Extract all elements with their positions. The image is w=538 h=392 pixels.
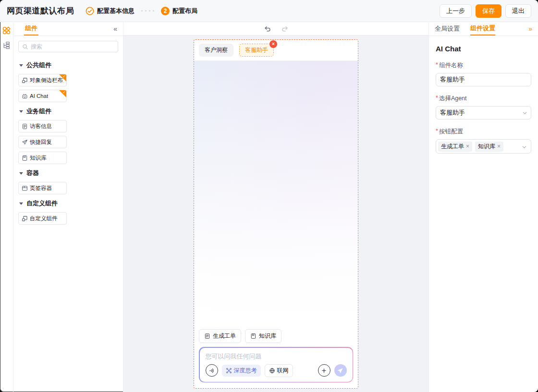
section-header-business[interactable]: 业务组件	[19, 107, 117, 116]
tab-components[interactable]: 组件	[24, 22, 38, 36]
save-button[interactable]: 保存	[476, 4, 501, 18]
remove-tag-icon[interactable]: ×	[466, 143, 469, 150]
preview-tab-customer-insight[interactable]: 客户洞察	[199, 44, 233, 57]
step-1: 配置基本信息	[86, 7, 134, 15]
section-header-public[interactable]: 公共组件	[19, 61, 117, 70]
quick-reply-icon	[22, 139, 28, 145]
component-search[interactable]	[18, 41, 118, 52]
main-area: 组件 « 公共组件 对象侧边栏布局 ✓	[0, 22, 538, 392]
outline-tree-rail-icon[interactable]	[2, 41, 11, 49]
component-name-input[interactable]	[436, 73, 531, 86]
step-2: 2 配置布局	[161, 7, 197, 15]
agent-select[interactable]	[436, 106, 531, 119]
deep-think-icon	[226, 368, 232, 374]
required-mark: *	[436, 128, 438, 136]
canvas: 客户洞察 客服助手 × 生成工单	[123, 22, 428, 392]
generate-ticket-button[interactable]: 生成工单	[199, 329, 241, 343]
page-title: 网页渠道默认布局	[7, 5, 74, 16]
step-connector-dots	[141, 10, 154, 12]
deep-think-toggle[interactable]: 深度思考	[222, 365, 261, 377]
caret-down-icon	[19, 202, 23, 205]
send-plane-icon	[337, 368, 343, 374]
expand-panel-icon[interactable]: »	[528, 25, 532, 33]
component-type-heading: AI Chat	[436, 45, 531, 53]
topbar-actions: 上一步 保存 退出	[440, 4, 531, 18]
close-icon[interactable]: ×	[269, 40, 277, 48]
knowledge-base-icon	[22, 155, 28, 161]
app-window: 网页渠道默认布局 配置基本信息 2 配置布局 上一步 保存 退出	[0, 0, 538, 392]
field-button-config: * 按钮配置 生成工单 × 知识库 ×	[436, 128, 531, 154]
canvas-toolbar	[123, 22, 428, 36]
field-select-agent: * 选择Agent	[436, 95, 531, 119]
voice-wave-icon	[208, 368, 215, 374]
section-header-custom[interactable]: 自定义组件	[19, 199, 117, 208]
quick-buttons-row: 生成工单 知识库	[194, 326, 358, 345]
settings-panel: 全局设置 组件设置 » AI Chat * 组件名称 * 选择Agent	[428, 22, 538, 392]
step-indicator: 配置基本信息 2 配置布局	[86, 7, 197, 15]
agent-select-value[interactable]	[436, 106, 531, 119]
attach-plus-button[interactable]	[318, 364, 330, 377]
check-circle-icon	[86, 7, 94, 15]
step-1-label: 配置基本信息	[97, 7, 134, 15]
section-header-container[interactable]: 容器	[19, 169, 117, 178]
preview-tab-bar: 客户洞察 客服助手 ×	[194, 40, 358, 61]
component-card-visitor-info[interactable]: 访客信息	[18, 120, 67, 132]
plus-icon	[321, 368, 327, 374]
redo-icon[interactable]	[281, 25, 289, 33]
caret-down-icon	[19, 64, 23, 67]
canvas-workspace: 客户洞察 客服助手 × 生成工单	[123, 36, 428, 392]
undo-icon[interactable]	[264, 25, 271, 33]
search-icon	[22, 44, 28, 50]
chevron-down-icon	[521, 143, 527, 152]
field-component-name: * 组件名称	[436, 61, 531, 86]
chat-input-box: 深度思考 联网	[199, 347, 353, 382]
component-card-custom[interactable]: 自定义组件	[18, 212, 67, 225]
step-2-label: 配置布局	[172, 7, 197, 15]
button-config-multiselect[interactable]: 生成工单 × 知识库 ×	[436, 139, 531, 154]
sidebar-layout-icon	[22, 77, 28, 83]
remove-tag-icon[interactable]: ×	[497, 143, 501, 150]
visitor-info-icon	[22, 123, 28, 130]
settings-panel-header: 全局设置 组件设置 »	[429, 22, 538, 36]
custom-component-icon	[22, 215, 28, 222]
required-mark: *	[436, 61, 438, 70]
exit-button[interactable]: 退出	[505, 4, 531, 18]
component-card-knowledge-base[interactable]: 知识库	[18, 152, 67, 164]
components-rail-icon[interactable]	[2, 26, 11, 35]
search-input[interactable]	[31, 43, 114, 50]
chat-tools-row: 深度思考 联网	[206, 364, 347, 377]
chat-message-area	[194, 61, 358, 326]
ai-chat-component-frame[interactable]: 客户洞察 客服助手 × 生成工单	[194, 39, 358, 389]
settings-body: AI Chat * 组件名称 * 选择Agent	[429, 36, 538, 168]
tab-component-settings[interactable]: 组件设置	[470, 22, 495, 36]
caret-down-icon	[19, 110, 23, 113]
knowledge-base-button[interactable]: 知识库	[245, 329, 281, 343]
ticket-doc-icon	[204, 333, 210, 339]
tag-knowledge-base: 知识库 ×	[475, 142, 503, 152]
component-sections: 公共组件 对象侧边栏布局 ✓ AI Chat ✓	[13, 54, 123, 226]
voice-input-button[interactable]	[206, 364, 218, 377]
components-panel: 组件 « 公共组件 对象侧边栏布局 ✓	[13, 22, 123, 392]
topbar: 网页渠道默认布局 配置基本信息 2 配置布局 上一步 保存 退出	[0, 0, 538, 22]
tag-generate-ticket: 生成工单 ×	[438, 142, 472, 152]
preview-tab-service-assistant[interactable]: 客服助手 ×	[239, 44, 274, 57]
caret-down-icon	[19, 172, 23, 175]
tab-container-icon	[22, 185, 28, 191]
tab-global-settings[interactable]: 全局设置	[435, 22, 460, 36]
knowledge-base-icon	[250, 333, 257, 339]
collapse-panel-icon[interactable]: «	[113, 25, 117, 33]
step-2-number: 2	[161, 7, 170, 15]
left-rail	[0, 22, 13, 392]
component-card-ai-chat[interactable]: AI Chat ✓	[18, 90, 67, 102]
globe-icon	[269, 368, 275, 374]
chat-input[interactable]	[206, 353, 347, 360]
components-panel-header: 组件 «	[13, 22, 123, 36]
prev-step-button[interactable]: 上一步	[440, 4, 472, 18]
component-card-tab-container[interactable]: 页签容器	[18, 182, 67, 194]
robot-icon	[22, 93, 28, 99]
component-card-object-sidebar[interactable]: 对象侧边栏布局 ✓	[18, 74, 67, 86]
send-button[interactable]	[334, 364, 347, 377]
network-toggle[interactable]: 联网	[265, 364, 293, 377]
component-card-quick-reply[interactable]: 快捷回复	[18, 136, 67, 148]
added-check-icon: ✓	[62, 90, 66, 95]
